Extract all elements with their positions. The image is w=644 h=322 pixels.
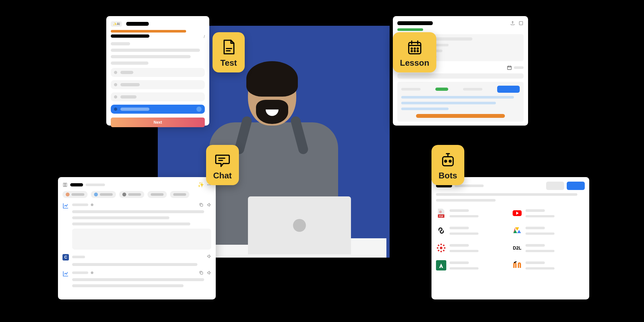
svg-point-24 xyxy=(414,51,415,52)
speaker-icon[interactable] xyxy=(207,203,211,207)
svg-point-15 xyxy=(443,245,445,246)
participant-pill[interactable] xyxy=(170,191,189,198)
chat-title xyxy=(70,183,83,186)
content-block xyxy=(397,82,524,122)
test-badge-label: Test xyxy=(220,58,237,68)
svg-point-14 xyxy=(438,245,440,246)
svg-point-22 xyxy=(417,48,418,49)
svg-point-12 xyxy=(437,247,439,249)
robot-icon xyxy=(439,151,457,169)
canvas-icon xyxy=(436,243,446,253)
chat-badge: Chat xyxy=(206,145,239,185)
svg-rect-6 xyxy=(201,272,203,274)
action-button[interactable] xyxy=(497,86,520,93)
calendar-icon xyxy=(406,38,424,56)
attachment-card[interactable] xyxy=(72,229,211,250)
svg-point-20 xyxy=(411,48,412,49)
book-icon xyxy=(62,182,68,187)
participant-pill[interactable] xyxy=(62,191,88,198)
integration-link[interactable] xyxy=(436,223,509,238)
gdrive-icon xyxy=(512,225,522,236)
svg-point-25 xyxy=(417,51,418,52)
participant-pill[interactable] xyxy=(119,191,144,198)
integration-app[interactable] xyxy=(436,258,509,272)
integration-moodle[interactable] xyxy=(512,258,585,272)
participant-pill[interactable] xyxy=(147,191,167,198)
menu-icon[interactable] xyxy=(518,21,524,26)
svg-point-21 xyxy=(414,48,415,49)
message xyxy=(62,270,211,287)
speaker-icon[interactable] xyxy=(207,254,211,259)
document-icon xyxy=(220,38,238,56)
text-line xyxy=(111,42,130,45)
bots-badge: Bots xyxy=(431,145,464,185)
copy-icon[interactable] xyxy=(199,203,204,207)
calendar-icon[interactable] xyxy=(507,65,512,70)
test-badge: Test xyxy=(213,32,245,72)
youtube-icon xyxy=(512,208,522,218)
participant-pills xyxy=(62,191,211,198)
integration-d2l[interactable]: D2L xyxy=(512,241,585,255)
svg-rect-1 xyxy=(507,66,511,70)
svg-point-2 xyxy=(207,184,208,185)
lesson-badge: Lesson xyxy=(393,32,436,72)
next-button[interactable]: Next xyxy=(111,118,205,127)
ai-tag: ✨ AI xyxy=(111,21,122,27)
user-avatar: C xyxy=(62,254,69,260)
chart-icon xyxy=(62,203,69,209)
answer-option[interactable] xyxy=(111,68,205,77)
status-pill xyxy=(397,28,423,31)
primary-button[interactable] xyxy=(567,182,585,190)
svg-point-23 xyxy=(411,51,412,52)
lesson-badge-label: Lesson xyxy=(400,58,429,68)
speaker-icon[interactable] xyxy=(207,270,211,275)
message xyxy=(62,203,211,250)
share-icon[interactable] xyxy=(510,21,515,26)
svg-point-27 xyxy=(445,160,447,162)
input-bar[interactable] xyxy=(397,73,524,79)
lesson-title xyxy=(397,21,433,25)
bots-badge-label: Bots xyxy=(439,171,457,181)
integration-youtube[interactable] xyxy=(512,206,585,220)
svg-rect-0 xyxy=(519,22,523,25)
highlight-bar xyxy=(416,114,505,118)
text-line xyxy=(111,62,148,65)
title-placeholder xyxy=(126,22,149,26)
d2l-icon: D2L xyxy=(512,243,522,253)
svg-rect-5 xyxy=(201,204,203,206)
answer-option-selected[interactable] xyxy=(111,105,205,114)
svg-point-10 xyxy=(440,244,442,245)
bots-preview-card: PDF D2L xyxy=(431,177,589,299)
text-line xyxy=(111,55,191,58)
svg-point-11 xyxy=(440,251,442,252)
copy-icon[interactable] xyxy=(199,270,204,275)
integration-pdf[interactable]: PDF xyxy=(436,206,509,220)
test-header: ✨ AI xyxy=(111,21,205,27)
message: C xyxy=(62,254,211,266)
question-title xyxy=(111,34,149,38)
participant-pill[interactable] xyxy=(91,191,116,198)
progress-bar xyxy=(111,30,186,33)
app-icon xyxy=(436,260,446,270)
svg-point-16 xyxy=(438,250,440,251)
svg-point-9 xyxy=(440,247,442,249)
chat-badge-label: Chat xyxy=(213,171,232,181)
chat-icon xyxy=(213,151,232,169)
text-line xyxy=(111,49,200,52)
svg-text:PDF: PDF xyxy=(439,215,444,217)
answer-option[interactable] xyxy=(111,92,205,101)
chart-icon xyxy=(62,270,69,277)
chat-preview-card: ✨ C xyxy=(58,177,216,299)
pdf-icon: PDF xyxy=(436,208,446,218)
integration-gdrive[interactable] xyxy=(512,223,585,238)
link-icon xyxy=(436,225,446,236)
moodle-icon xyxy=(512,260,522,270)
integration-canvas[interactable] xyxy=(436,241,509,255)
answer-option[interactable] xyxy=(111,80,205,89)
svg-point-13 xyxy=(444,247,446,249)
test-preview-card: ✨ AI / Next xyxy=(106,16,209,126)
secondary-button[interactable] xyxy=(546,182,564,190)
svg-point-17 xyxy=(443,250,445,251)
svg-point-28 xyxy=(449,160,451,162)
